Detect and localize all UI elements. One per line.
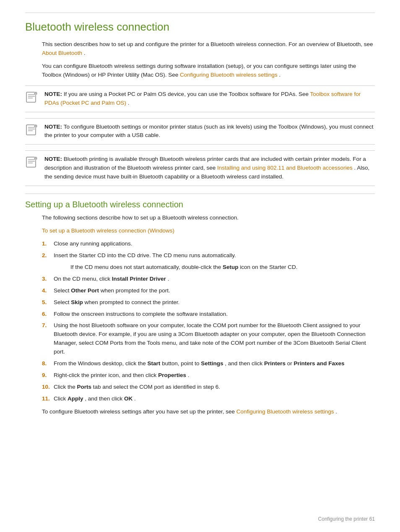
top-divider <box>25 13 375 13</box>
note-content-1: NOTE: If you are using a Pocket PC or Pa… <box>44 90 375 108</box>
closing-para: To configure Bluetooth wireless settings… <box>42 408 375 416</box>
svg-text:!: ! <box>35 158 36 160</box>
step-6: 6. Follow the onscreen instructions to c… <box>42 310 375 319</box>
about-bluetooth-link[interactable]: About Bluetooth <box>42 50 82 56</box>
installing-accessories-link[interactable]: Installing and using 802.11 and Bluetoot… <box>217 165 353 171</box>
configuring-bluetooth-link-2[interactable]: Configuring Bluetooth wireless settings <box>236 408 334 415</box>
svg-text:!: ! <box>35 125 36 128</box>
intro-para-1: This section describes how to set up and… <box>42 40 375 58</box>
step-11: 11. Click Apply , and then click OK . <box>42 395 375 403</box>
step-2: 2. Insert the Starter CD into the CD dri… <box>42 251 375 260</box>
section2-heading: Setting up a Bluetooth wireless connecti… <box>25 200 375 209</box>
section2-intro: The following sections describe how to s… <box>42 214 375 222</box>
step-3-text: On the CD menu, click Install Printer Dr… <box>54 275 375 284</box>
note-content-3: NOTE: Bluetooth printing is available th… <box>44 155 375 181</box>
step-7: 7. Using the host Bluetooth software on … <box>42 321 375 356</box>
note-block-2: ! NOTE: To configure Bluetooth settings … <box>25 118 375 145</box>
step-9: 9. Right-click the printer icon, and the… <box>42 371 375 380</box>
configuring-bluetooth-link-1[interactable]: Configuring Bluetooth wireless settings <box>180 72 278 78</box>
note-icon-2: ! <box>25 124 41 137</box>
note-block-3: ! NOTE: Bluetooth printing is available … <box>25 150 375 186</box>
page: Bluetooth wireless connection This secti… <box>0 0 400 532</box>
note-icon-3: ! <box>25 156 41 170</box>
note-icon-1: ! <box>25 91 41 105</box>
step-2-sub: If the CD menu does not start automatica… <box>70 263 375 272</box>
note-block-1: ! NOTE: If you are using a Pocket PC or … <box>25 85 375 112</box>
main-heading: Bluetooth wireless connection <box>25 21 375 34</box>
step-1: 1. Close any running applications. <box>42 240 375 248</box>
note-content-2: NOTE: To configure Bluetooth settings or… <box>44 123 375 140</box>
section-divider <box>25 194 375 194</box>
svg-text:!: ! <box>35 93 36 95</box>
step-10: 10. Click the Ports tab and select the C… <box>42 383 375 392</box>
step-3: 3. On the CD menu, click Install Printer… <box>42 275 375 284</box>
step-5: 5. Select Skip when prompted to connect … <box>42 298 375 307</box>
steps-list: 1. Close any running applications. 2. In… <box>42 240 375 403</box>
windows-subsection-title: To set up a Bluetooth wireless connectio… <box>42 227 375 235</box>
intro-para-2: You can configure Bluetooth wireless set… <box>42 62 375 80</box>
subsection-heading: To set up a Bluetooth wireless connectio… <box>42 227 375 235</box>
footer: Configuring the printer 61 <box>318 516 375 522</box>
step-8: 8. From the Windows desktop, click the S… <box>42 359 375 368</box>
step-4: 4. Select Other Port when prompted for t… <box>42 287 375 295</box>
